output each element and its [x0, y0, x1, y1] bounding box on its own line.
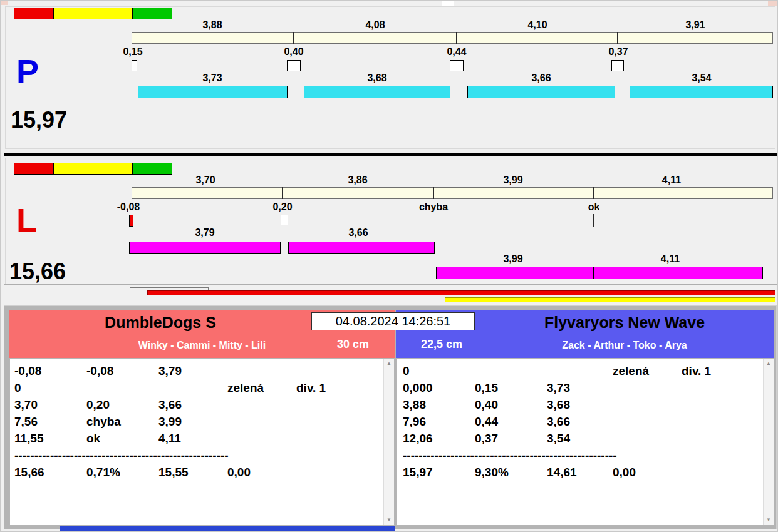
light-yellow1-icon: [53, 163, 93, 175]
divider-dashes: ----------------------------------------…: [403, 449, 762, 463]
divider-row: ----------------------------------------…: [397, 447, 762, 464]
lane-letter-l: L: [16, 203, 37, 237]
cell: 3,73: [547, 381, 613, 395]
dog-time-bar-l: [593, 267, 763, 279]
p-dogtime-4: 3,54: [692, 73, 711, 84]
cell: div. 1: [296, 381, 383, 395]
result-row: 0,0000,153,73: [397, 379, 762, 396]
cell: 14,61: [547, 466, 613, 479]
scroll-up-arrow-icon[interactable]: ▲: [386, 361, 392, 366]
cell: 15,55: [158, 466, 227, 479]
section-divider: [4, 284, 777, 285]
lane-total-l: 15,66: [9, 260, 66, 283]
scrollbar[interactable]: ▲ ▼: [383, 359, 394, 525]
dog-time-bar-p: [630, 86, 773, 98]
progress-frame-line: [130, 287, 209, 288]
split-track-l: [132, 187, 773, 199]
track-tick: [282, 187, 283, 199]
team-left-results-list[interactable]: -0,08-0,083,79 0zelenádiv. 1 3,700,203,6…: [9, 358, 395, 526]
cell: div. 1: [682, 364, 762, 378]
desktop-corner-left: [1, 1, 8, 5]
cell: 0,20: [86, 398, 158, 412]
team-right-results-list[interactable]: 0zelenádiv. 1 0,0000,153,73 3,880,403,68…: [396, 358, 774, 526]
early-start-marker: [129, 215, 133, 227]
divider-dashes: ----------------------------------------…: [14, 449, 383, 463]
p-split-3: 4,10: [527, 19, 547, 31]
result-row: 11,55ok4,11: [10, 430, 383, 447]
lane-separator: [4, 153, 777, 156]
result-row: 3,880,403,68: [397, 396, 762, 413]
cell: ok: [86, 432, 158, 446]
l-start-1: -0,08: [117, 202, 140, 213]
cell: 7,56: [14, 415, 86, 429]
lane-total-p: 15,97: [11, 109, 67, 131]
l-start-3: chyba: [419, 202, 448, 213]
start-marker: [281, 215, 288, 225]
cell: 0: [14, 381, 86, 395]
light-green-icon: [132, 163, 172, 175]
l-dogtime-3: 3,99: [503, 253, 522, 265]
light-yellow2-icon: [93, 163, 133, 175]
track-tick: [293, 32, 294, 44]
start-lights-l: [14, 163, 172, 175]
lane-letter-p: P: [16, 54, 39, 88]
cell: 3,66: [547, 415, 613, 429]
team-right-members: Zack - Arthur - Toko - Arya: [475, 340, 774, 351]
result-row: 3,700,203,66: [10, 396, 383, 413]
track-tick: [593, 187, 594, 199]
cell: 3,79: [158, 364, 227, 378]
cell: -0,08: [86, 364, 158, 378]
result-row: 0zelenádiv. 1: [397, 362, 762, 379]
cell: 0,00: [613, 466, 682, 479]
cell: 11,55: [14, 432, 86, 446]
start-marker: [611, 60, 624, 71]
l-split-3: 3,99: [503, 175, 522, 186]
cell: 12,06: [403, 432, 475, 446]
cell: 0,40: [475, 398, 547, 412]
dog-time-bar-p: [138, 86, 288, 98]
cell: 4,11: [158, 432, 227, 446]
start-marker: [132, 60, 137, 71]
dog-time-bar-l: [436, 267, 594, 279]
dog-time-bar-l: [288, 242, 435, 254]
team-right-jump-height: 22,5 cm: [401, 338, 482, 351]
p-start-2: 0,40: [284, 46, 303, 58]
desktop-corner-right: [768, 1, 777, 6]
cell: zelená: [613, 364, 682, 378]
scrollbar[interactable]: ▲ ▼: [763, 359, 774, 525]
scroll-down-arrow-icon[interactable]: ▼: [766, 518, 771, 523]
scroll-down-arrow-icon[interactable]: ▼: [386, 518, 392, 523]
light-green-icon: [132, 8, 172, 19]
l-dogtime-2: 3,66: [348, 227, 368, 238]
taskbar-strip: [60, 526, 395, 531]
result-row: 0zelenádiv. 1: [10, 379, 383, 396]
l-split-4: 4,11: [662, 175, 681, 186]
cell: -0,08: [14, 364, 86, 378]
l-dogtime-1: 3,79: [195, 227, 214, 238]
p-dogtime-1: 3,73: [202, 73, 222, 84]
p-split-2: 4,08: [365, 19, 385, 31]
result-row: -0,08-0,083,79: [10, 362, 383, 379]
cell: 3,66: [158, 398, 227, 412]
team-left-jump-height: 30 cm: [311, 338, 395, 351]
dog-time-bar-p: [467, 86, 615, 98]
track-tick: [456, 32, 457, 44]
p-start-3: 0,44: [447, 46, 466, 58]
summary-row: 15,660,71%15,550,00: [10, 464, 383, 481]
cell: 0,44: [475, 415, 547, 429]
l-start-2: 0,20: [272, 202, 292, 213]
cell: 0: [403, 364, 475, 378]
light-yellow1-icon: [53, 8, 93, 19]
summary-row: 15,979,30%14,610,00: [397, 464, 762, 481]
team-left-name: DumbleDogs S: [9, 314, 311, 332]
result-row: 7,56chyba3,99: [10, 413, 383, 430]
cell: 7,96: [403, 415, 475, 429]
l-dogtime-4: 4,11: [661, 253, 680, 265]
team-left-rows: -0,08-0,083,79 0zelenádiv. 1 3,700,203,6…: [10, 362, 383, 481]
progress-bar-red: [147, 290, 775, 295]
light-yellow2-icon: [93, 8, 133, 19]
l-split-2: 3,86: [348, 175, 367, 186]
cell: 0,37: [475, 432, 547, 446]
scroll-up-arrow-icon[interactable]: ▲: [766, 361, 771, 366]
start-marker: [287, 60, 301, 71]
